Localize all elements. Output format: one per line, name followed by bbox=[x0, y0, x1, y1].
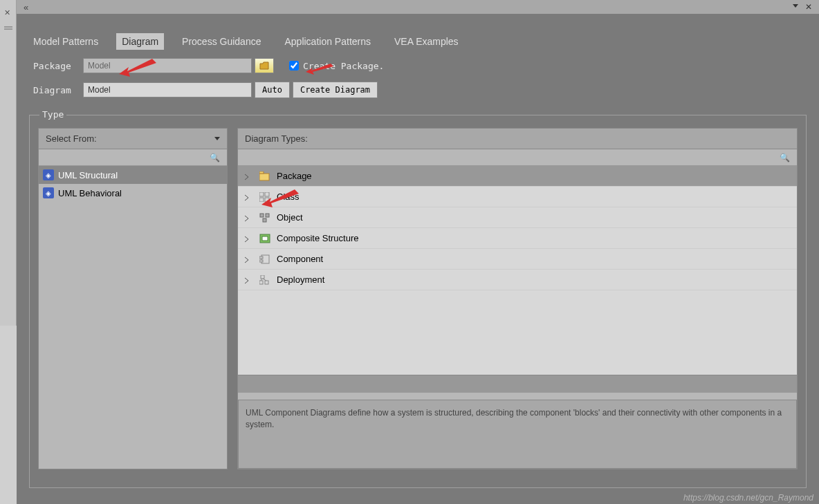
create-package-checkbox[interactable] bbox=[289, 61, 299, 71]
svg-rect-4 bbox=[259, 171, 264, 174]
tab-vea-examples[interactable]: VEA Examples bbox=[389, 33, 464, 50]
expand-icon[interactable] bbox=[243, 193, 252, 201]
object-icon bbox=[259, 212, 271, 223]
list-item-uml-structural[interactable]: ◈ UML Structural bbox=[39, 166, 227, 184]
tree-item-label: Package bbox=[277, 171, 312, 181]
tree-item-label: Class bbox=[277, 192, 300, 202]
tree-item-label: Deployment bbox=[277, 274, 324, 285]
svg-rect-10 bbox=[266, 214, 269, 217]
tab-model-patterns[interactable]: Model Patterns bbox=[28, 33, 104, 50]
auto-button[interactable]: Auto bbox=[255, 82, 290, 98]
grip-icon bbox=[4, 26, 12, 32]
type-legend: Type bbox=[39, 109, 66, 120]
deployment-icon bbox=[259, 274, 271, 286]
tree-item-label: Composite Structure bbox=[277, 233, 359, 243]
chevron-down-icon bbox=[214, 137, 220, 140]
diagram-types-header: Diagram Types: bbox=[238, 129, 797, 149]
svg-rect-18 bbox=[259, 281, 263, 284]
tab-diagram[interactable]: Diagram bbox=[116, 33, 164, 50]
select-from-header[interactable]: Select From: bbox=[39, 129, 227, 149]
select-from-title: Select From: bbox=[46, 133, 97, 144]
svg-rect-17 bbox=[261, 275, 264, 279]
svg-rect-13 bbox=[262, 236, 268, 241]
perspective-icon: ◈ bbox=[43, 187, 54, 198]
search-icon[interactable]: 🔍 bbox=[210, 153, 220, 162]
svg-rect-15 bbox=[259, 256, 263, 259]
browse-folder-button[interactable] bbox=[255, 58, 274, 73]
list-item-uml-behavioral[interactable]: ◈ UML Behavioral bbox=[39, 184, 227, 202]
select-from-list: ◈ UML Structural ◈ UML Behavioral bbox=[39, 166, 227, 469]
component-icon bbox=[259, 254, 271, 265]
svg-rect-16 bbox=[259, 260, 263, 262]
perspective-icon: ◈ bbox=[43, 169, 54, 180]
main-panel: « ✕ Model Patterns Diagram Process Guida… bbox=[17, 0, 819, 504]
diagram-types-panel: Diagram Types: 🔍 Package Class bbox=[237, 128, 798, 469]
svg-rect-3 bbox=[259, 174, 269, 180]
composite-icon bbox=[259, 233, 271, 244]
expand-icon[interactable] bbox=[243, 276, 252, 284]
svg-rect-5 bbox=[259, 192, 264, 196]
tree-item-package[interactable]: Package bbox=[238, 166, 797, 187]
expand-icon[interactable] bbox=[243, 172, 252, 180]
tree-item-class[interactable]: Class bbox=[238, 187, 797, 207]
list-item-label: UML Behavioral bbox=[58, 188, 122, 198]
collapse-icon[interactable]: « bbox=[24, 2, 28, 12]
svg-rect-19 bbox=[265, 281, 268, 284]
diagram-input[interactable] bbox=[83, 82, 252, 97]
form-area: Package Create Package. Diagram Auto Cre… bbox=[17, 51, 819, 111]
dropdown-icon[interactable] bbox=[793, 4, 798, 8]
package-input[interactable] bbox=[83, 58, 252, 73]
tree-item-object[interactable]: Object bbox=[238, 207, 797, 228]
tree-item-label: Object bbox=[277, 212, 303, 223]
select-from-panel: Select From: 🔍 ◈ UML Structural ◈ UML Be… bbox=[38, 128, 228, 469]
create-package-label: Create Package. bbox=[303, 61, 384, 71]
svg-rect-7 bbox=[259, 198, 264, 202]
select-from-search: 🔍 bbox=[39, 149, 227, 166]
type-fieldset: Type Select From: 🔍 ◈ UML Structural ◈ bbox=[29, 115, 807, 488]
diagram-types-search: 🔍 bbox=[238, 149, 797, 166]
folder-icon bbox=[259, 62, 269, 70]
main-tabs: Model Patterns Diagram Process Guidance … bbox=[17, 32, 819, 51]
expand-icon[interactable] bbox=[243, 214, 252, 222]
search-icon[interactable]: 🔍 bbox=[780, 153, 790, 162]
class-icon bbox=[259, 192, 271, 203]
tree-item-deployment[interactable]: Deployment bbox=[238, 270, 797, 290]
tree-item-composite-structure[interactable]: Composite Structure bbox=[238, 228, 797, 249]
diagram-label: Diagram bbox=[33, 85, 83, 95]
svg-rect-6 bbox=[265, 192, 269, 196]
svg-rect-8 bbox=[265, 198, 269, 202]
tree-item-label: Component bbox=[277, 254, 323, 264]
tab-process-guidance[interactable]: Process Guidance bbox=[176, 33, 266, 50]
package-label: Package bbox=[33, 61, 83, 71]
expand-icon[interactable] bbox=[243, 234, 252, 243]
tab-application-patterns[interactable]: Application Patterns bbox=[279, 33, 376, 50]
expand-icon[interactable] bbox=[243, 255, 252, 263]
title-bar: « ✕ bbox=[17, 0, 819, 14]
tree-item-component[interactable]: Component bbox=[238, 249, 797, 270]
svg-rect-11 bbox=[263, 218, 266, 222]
close-icon[interactable]: ✕ bbox=[805, 2, 812, 12]
list-item-label: UML Structural bbox=[58, 170, 118, 180]
package-icon bbox=[259, 171, 271, 182]
gutter-close-icon[interactable]: ✕ bbox=[4, 8, 10, 17]
diagram-types-title: Diagram Types: bbox=[245, 133, 308, 144]
create-diagram-button[interactable]: Create Diagram bbox=[293, 82, 378, 98]
watermark: https://blog.csdn.net/gcn_Raymond bbox=[683, 493, 813, 503]
spacer bbox=[238, 375, 797, 393]
description-panel: UML Component Diagrams define how a syst… bbox=[238, 400, 797, 469]
svg-rect-9 bbox=[260, 214, 264, 217]
diagram-types-tree: Package Class Object bbox=[238, 166, 797, 375]
left-gutter: ✕ bbox=[0, 0, 17, 326]
